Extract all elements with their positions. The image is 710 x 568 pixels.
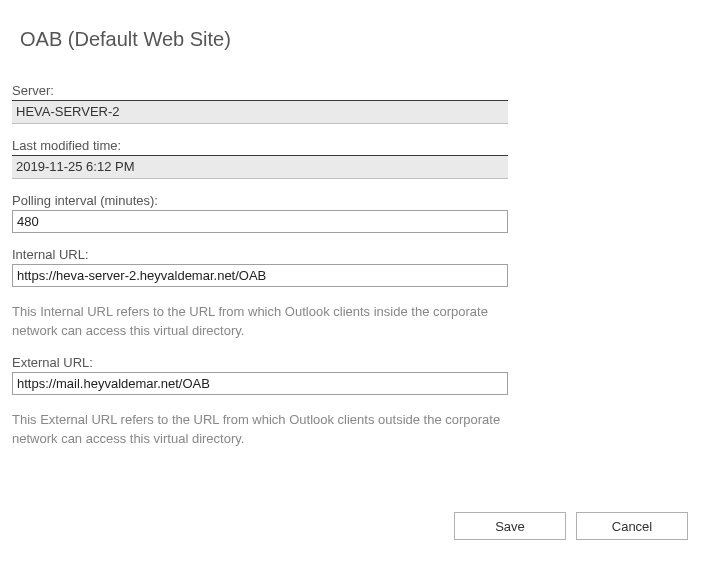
field-external-url: External URL: bbox=[12, 355, 500, 395]
external-url-help: This External URL refers to the URL from… bbox=[12, 411, 508, 449]
internal-url-help: This Internal URL refers to the URL from… bbox=[12, 303, 508, 341]
field-internal-url: Internal URL: bbox=[12, 247, 500, 287]
polling-interval-input[interactable] bbox=[12, 210, 508, 233]
field-server: Server: HEVA-SERVER-2 bbox=[12, 83, 500, 124]
polling-interval-label: Polling interval (minutes): bbox=[12, 193, 500, 208]
external-url-input[interactable] bbox=[12, 372, 508, 395]
cancel-button[interactable]: Cancel bbox=[576, 512, 688, 540]
server-label: Server: bbox=[12, 83, 500, 98]
save-button[interactable]: Save bbox=[454, 512, 566, 540]
field-last-modified: Last modified time: 2019-11-25 6:12 PM bbox=[12, 138, 500, 179]
internal-url-input[interactable] bbox=[12, 264, 508, 287]
button-bar: Save Cancel bbox=[454, 512, 688, 540]
field-polling-interval: Polling interval (minutes): bbox=[12, 193, 500, 233]
internal-url-label: Internal URL: bbox=[12, 247, 500, 262]
external-url-label: External URL: bbox=[12, 355, 500, 370]
last-modified-label: Last modified time: bbox=[12, 138, 500, 153]
last-modified-value: 2019-11-25 6:12 PM bbox=[12, 155, 508, 179]
page-title: OAB (Default Web Site) bbox=[0, 0, 710, 51]
form-container: Server: HEVA-SERVER-2 Last modified time… bbox=[0, 51, 520, 448]
server-value: HEVA-SERVER-2 bbox=[12, 100, 508, 124]
